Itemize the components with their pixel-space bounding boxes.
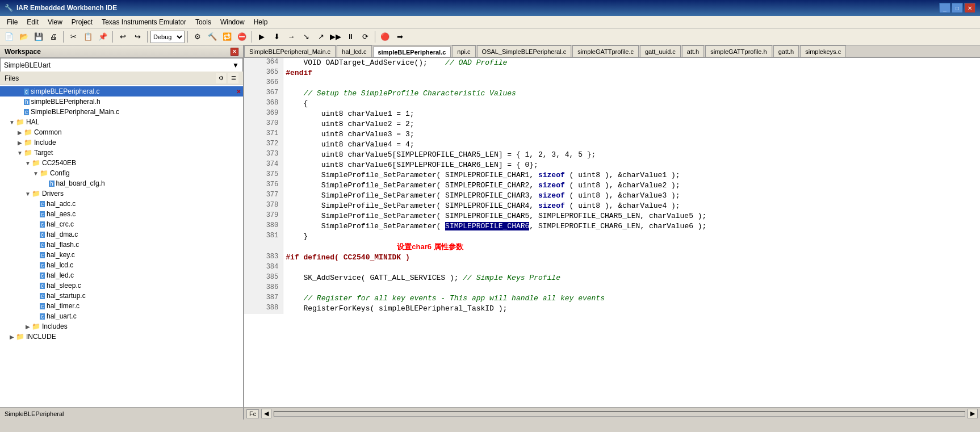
tree-item-hal-crc-c[interactable]: c hal_crc.c <box>0 219 243 229</box>
fc-button[interactable]: Fc <box>246 409 259 418</box>
scroll-left-button[interactable]: ◀ <box>261 409 271 418</box>
menu-project[interactable]: Project <box>67 17 97 27</box>
line-content <box>283 263 980 273</box>
tree-item-simpleBLEPeripheral-c[interactable]: c simpleBLEPeripheral.c ✕ <box>0 86 243 97</box>
tree-item-hal-board-cfg-h[interactable]: h hal_board_cfg.h <box>0 178 243 188</box>
run-button[interactable]: ▶▶ <box>329 30 342 44</box>
code-line-382-annot: 设置char6 属性参数 <box>244 242 980 253</box>
undo-button[interactable]: ↩ <box>116 30 129 44</box>
code-line-365: 365 #endif <box>244 68 980 78</box>
stop-build-button[interactable]: ⛔ <box>235 30 249 44</box>
menu-view[interactable]: View <box>43 17 67 27</box>
tab-npi-c[interactable]: npi.c <box>452 45 475 57</box>
tree-item-hal-timer-c[interactable]: c hal_timer.c <box>0 301 243 311</box>
tab-att-h[interactable]: att.h <box>682 45 704 57</box>
tree-item-hal-flash-c[interactable]: c hal_flash.c <box>0 240 243 250</box>
reset-button[interactable]: ⟳ <box>358 30 372 44</box>
tab-simpleBLEPeripheral-c[interactable]: simpleBLEPeripheral.c <box>373 47 451 58</box>
line-content: 设置char6 属性参数 <box>283 242 980 253</box>
print-button[interactable]: 🖨 <box>47 30 60 44</box>
tab-simplekeys-c[interactable]: simplekeys.c <box>800 45 846 57</box>
menu-window[interactable]: Window <box>216 17 249 27</box>
tab-OSAL-SimpleBLEPeripheral-c[interactable]: OSAL_SimpleBLEPeripheral.c <box>477 45 572 57</box>
next-err-button[interactable]: ➡ <box>393 30 407 44</box>
menu-file[interactable]: File <box>2 17 22 27</box>
tree-item-hal-key-c[interactable]: c hal_key.c <box>0 250 243 260</box>
menu-tools[interactable]: Tools <box>191 17 216 27</box>
cut-button[interactable]: ✂ <box>66 30 80 44</box>
new-button[interactable]: 📄 <box>2 30 16 44</box>
line-number: 375 <box>244 170 283 181</box>
tree-item-Include[interactable]: ▶ 📁 Include <box>0 137 243 148</box>
toggle-icon: ▶ <box>16 129 24 136</box>
tree-item-hal-sleep-c[interactable]: c hal_sleep.c <box>0 280 243 291</box>
toggle-icon: ▶ <box>8 334 16 340</box>
project-dropdown[interactable]: SimpleBLEUart ▼ <box>0 58 243 72</box>
tab-gatt-h[interactable]: gatt.h <box>773 45 799 57</box>
line-content: // Register for all key events - This ap… <box>283 293 980 304</box>
rebuild-button[interactable]: 🔁 <box>220 30 234 44</box>
tree-item-SimpleBLEPeripheral-Main-c[interactable]: c SimpleBLEPeripheral_Main.c <box>0 107 243 117</box>
code-table: 364 VOID OADTarget_AddService(); // OAD … <box>244 58 980 314</box>
tree-item-hal-adc-c[interactable]: c hal_adc.c <box>0 199 243 209</box>
code-line-378: 378 SimpleProfile_SetParameter( SIMPLEPR… <box>244 201 980 211</box>
tree-item-hal-startup-c[interactable]: c hal_startup.c <box>0 291 243 301</box>
file-tree[interactable]: c simpleBLEPeripheral.c ✕ h simpleBLEPer… <box>0 85 243 407</box>
tree-item-hal-uart-c[interactable]: c hal_uart.c <box>0 311 243 321</box>
tree-item-HAL[interactable]: ▼ 📁 HAL <box>0 117 243 127</box>
line-content: { <box>283 99 980 109</box>
code-editor[interactable]: 364 VOID OADTarget_AddService(); // OAD … <box>244 58 980 407</box>
line-content: SimpleProfile_SetParameter( SIMPLEPROFIL… <box>283 191 980 201</box>
step-out-button[interactable]: ↗ <box>314 30 328 44</box>
tab-gatt-uuid-c[interactable]: gatt_uuid.c <box>640 45 681 57</box>
step-over-button[interactable]: → <box>284 30 298 44</box>
tree-item-hal-led-c[interactable]: c hal_led.c <box>0 270 243 280</box>
scroll-right-button[interactable]: ▶ <box>968 409 978 418</box>
compile-button[interactable]: ⚙ <box>191 30 204 44</box>
code-line-377: 377 SimpleProfile_SetParameter( SIMPLEPR… <box>244 191 980 201</box>
copy-button[interactable]: 📋 <box>81 30 95 44</box>
menu-ti-emulator[interactable]: Texas Instruments Emulator <box>97 17 191 27</box>
tab-SimpleBLEPeripheral-Main-c[interactable]: SimpleBLEPeripheral_Main.c <box>244 45 336 57</box>
tree-item-simpleBLEPeripheral-h[interactable]: h simpleBLEPeripheral.h <box>0 97 243 107</box>
save-button[interactable]: 💾 <box>32 30 45 44</box>
menu-help[interactable]: Help <box>249 17 273 27</box>
tree-item-Target[interactable]: ▼ 📁 Target <box>0 148 243 158</box>
workspace-close-button[interactable]: ✕ <box>231 48 238 56</box>
tab-hal-lcd-c[interactable]: hal_lcd.c <box>337 45 371 57</box>
redo-button[interactable]: ↪ <box>131 30 144 44</box>
tree-item-Includes[interactable]: ▶ 📁 Includes <box>0 321 243 332</box>
line-number: 365 <box>244 68 283 78</box>
debug-button[interactable]: ▶ <box>255 30 269 44</box>
maximize-button[interactable]: □ <box>952 3 963 13</box>
tab-simpleGATTprofile-h[interactable]: simpleGATTprofile.h <box>705 45 772 57</box>
workspace-status: SimpleBLEPeripheral <box>0 407 243 420</box>
line-content <box>283 283 980 293</box>
code-line-388: 388 RegisterForKeys( simpleBLEPeripheral… <box>244 304 980 314</box>
tree-item-hal-dma-c[interactable]: c hal_dma.c <box>0 229 243 240</box>
break-button[interactable]: ⏸ <box>344 30 357 44</box>
build-button[interactable]: 🔨 <box>206 30 219 44</box>
code-line-381: 381 } <box>244 232 980 242</box>
code-scrollbar[interactable] <box>274 411 965 417</box>
menu-edit[interactable]: Edit <box>22 17 43 27</box>
tree-item-Config[interactable]: ▼ 📁 Config <box>0 168 243 178</box>
files-sort-button[interactable]: ☰ <box>228 73 238 83</box>
minimize-button[interactable]: _ <box>939 3 950 13</box>
tree-item-CC2540EB[interactable]: ▼ 📁 CC2540EB <box>0 158 243 168</box>
step-into-button[interactable]: ↘ <box>299 30 313 44</box>
sep5 <box>252 31 252 43</box>
tree-item-Drivers[interactable]: ▼ 📁 Drivers <box>0 188 243 199</box>
tree-item-Common[interactable]: ▶ 📁 Common <box>0 127 243 137</box>
tree-item-hal-lcd-c[interactable]: c hal_lcd.c <box>0 260 243 270</box>
tree-item-INCLUDE[interactable]: ▶ 📁 INCLUDE <box>0 332 243 342</box>
paste-button[interactable]: 📌 <box>96 30 110 44</box>
close-button[interactable]: ✕ <box>964 3 975 13</box>
tab-simpleGATTprofile-c[interactable]: simpleGATTprofile.c <box>572 45 639 57</box>
download-debug-button[interactable]: ⬇ <box>270 30 283 44</box>
toggle-bp-button[interactable]: 🔴 <box>378 30 392 44</box>
open-button[interactable]: 📂 <box>17 30 31 44</box>
tree-item-hal-aes-c[interactable]: c hal_aes.c <box>0 209 243 219</box>
files-config-button[interactable]: ⚙ <box>216 73 226 83</box>
config-dropdown[interactable]: Debug Release <box>150 31 185 43</box>
